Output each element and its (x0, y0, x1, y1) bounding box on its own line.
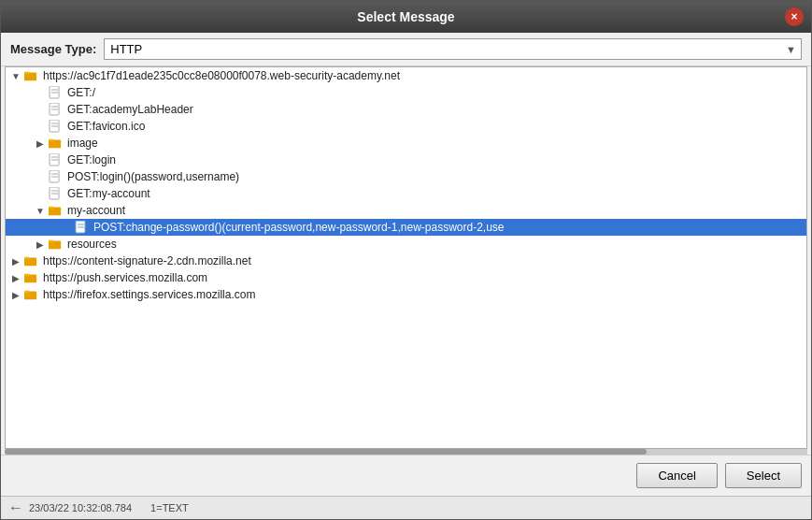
collapse-icon[interactable]: ▼ (34, 204, 47, 217)
message-type-select-wrapper: HTTP HTTPS WebSocket ▼ (104, 38, 802, 60)
tree-row[interactable]: GET:academyLabHeader (6, 101, 806, 118)
folder-icon (24, 288, 39, 301)
svg-rect-28 (49, 240, 53, 243)
spacer (34, 103, 47, 116)
status-bar: ← 23/03/22 10:32:08.784 1=TEXT (1, 496, 811, 519)
tree-item-label: resources (67, 238, 117, 251)
spacer (60, 221, 73, 234)
dialog-title: Select Message (357, 9, 454, 24)
file-icon (49, 103, 64, 116)
tree-item-label: GET:/ (67, 86, 95, 99)
tree-item-label: https://content-signature-2.cdn.mozilla.… (43, 254, 251, 267)
tree-item-label: https://push.services.mozilla.com (43, 271, 207, 284)
tree-row[interactable]: ▼ https://ac9c1f7d1eade235c0cc8e08000f00… (6, 67, 806, 84)
expand-icon[interactable]: ▶ (9, 254, 22, 267)
tree-item-label: https://ac9c1f7d1eade235c0cc8e08000f0078… (43, 69, 400, 82)
tree-item-label: POST:login()(password,username) (67, 170, 239, 183)
folder-icon (49, 238, 64, 251)
folder-icon (24, 254, 39, 267)
tree-row[interactable]: ▶ https://push.services.mozilla.com (6, 269, 806, 286)
tree-row[interactable]: GET:my-account (6, 185, 806, 202)
spacer (34, 170, 47, 183)
expand-icon[interactable]: ▶ (34, 238, 47, 251)
tree-row[interactable]: POST:login()(password,username) (6, 168, 806, 185)
close-button[interactable]: × (785, 7, 804, 26)
tree-item-label: GET:login (67, 153, 116, 166)
timestamp-label: 23/03/22 10:32:08.784 (29, 502, 132, 513)
file-icon (49, 170, 64, 183)
tree-row[interactable]: GET:favicon.ico (6, 118, 806, 135)
file-icon (49, 120, 64, 133)
expand-icon[interactable]: ▶ (9, 288, 22, 301)
message-type-select[interactable]: HTTP HTTPS WebSocket (104, 38, 802, 60)
folder-icon (24, 69, 39, 82)
svg-rect-23 (49, 207, 53, 209)
tree-row[interactable]: GET:login (6, 152, 806, 168)
file-icon (75, 221, 90, 234)
file-icon (49, 86, 64, 99)
tree-item-label: POST:change-password()(current-password,… (93, 221, 505, 234)
dialog-footer: Cancel Select (1, 455, 811, 496)
status-left: ← 23/03/22 10:32:08.784 (8, 499, 132, 516)
tree-item-label: GET:academyLabHeader (67, 103, 193, 116)
select-message-dialog: Select Message × Message Type: HTTP HTTP… (0, 0, 812, 520)
tree-item-label: image (67, 137, 98, 150)
file-icon (49, 153, 64, 166)
tree-row-selected[interactable]: POST:change-password()(current-password,… (6, 219, 806, 236)
select-button[interactable]: Select (725, 463, 802, 488)
collapse-icon[interactable]: ▼ (9, 69, 22, 82)
tree-item-label: GET:favicon.ico (67, 120, 145, 133)
tree-row[interactable]: ▶ https://content-signature-2.cdn.mozill… (6, 253, 806, 269)
title-bar: Select Message × (1, 1, 811, 33)
spacer (34, 187, 47, 200)
spacer (34, 86, 47, 99)
expand-icon[interactable]: ▶ (9, 271, 22, 284)
folder-icon (49, 204, 64, 217)
message-type-row: Message Type: HTTP HTTPS WebSocket ▼ (1, 33, 811, 66)
cancel-button[interactable]: Cancel (636, 463, 717, 488)
tree-container[interactable]: ▼ https://ac9c1f7d1eade235c0cc8e08000f00… (5, 66, 807, 449)
expand-icon[interactable]: ▶ (34, 137, 47, 150)
svg-rect-34 (24, 291, 29, 294)
folder-icon (49, 137, 64, 150)
svg-rect-32 (24, 274, 29, 277)
status-info: 1=TEXT (150, 502, 189, 513)
tree-row[interactable]: ▶ https://firefox.settings.services.mozi… (6, 286, 806, 303)
spacer (34, 120, 47, 133)
svg-rect-30 (24, 257, 29, 260)
folder-icon (24, 271, 39, 284)
spacer (34, 153, 47, 166)
tree-row[interactable]: ▶ image (6, 135, 806, 152)
tree-item-label: https://firefox.settings.services.mozill… (43, 288, 255, 301)
svg-rect-12 (49, 139, 53, 142)
tree-row[interactable]: GET:/ (6, 84, 806, 101)
tree-row[interactable]: ▶ resources (6, 236, 806, 253)
file-icon (49, 187, 64, 200)
tree-item-label: GET:my-account (67, 187, 150, 200)
tree-item-label: my-account (67, 204, 125, 217)
back-nav-button[interactable]: ← (8, 499, 23, 516)
tree-row[interactable]: ▼ my-account (6, 202, 806, 219)
svg-rect-1 (24, 72, 29, 75)
horizontal-scrollbar[interactable] (5, 449, 807, 455)
message-type-label: Message Type: (10, 42, 96, 56)
